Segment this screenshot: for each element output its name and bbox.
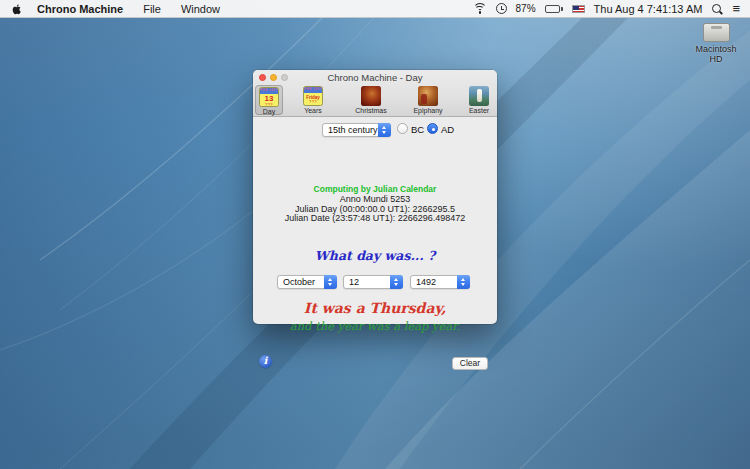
notification-center-icon[interactable]: ≡ [732,3,740,15]
toolbar-item-years[interactable]: FEB 1987 Friday ??? Years [299,85,327,115]
epiphany-painting-icon [418,86,438,106]
julian-date-line: Julian Date (23:57:48 UT1): 2266296.4984… [253,213,497,223]
menu-app-name[interactable]: Chrono Machine [37,0,133,18]
close-button[interactable] [259,74,266,81]
wifi-icon[interactable] [473,3,487,14]
toolbar: FEB 1987 13 ??? Day FEB 1987 Friday ??? … [253,84,497,117]
hard-drive-icon [703,23,730,42]
title-bar[interactable]: Chrono Machine - Day [253,70,497,84]
years-calendar-icon: FEB 1987 Friday ??? [303,86,323,106]
radio-bc-label: BC [411,124,424,135]
chrono-machine-window: Chrono Machine - Day FEB 1987 13 ??? Day… [253,70,497,324]
minimize-button[interactable] [270,74,277,81]
easter-painting-icon [469,86,489,106]
stepper-icon [457,275,470,289]
menu-bar: Chrono Machine File Window 87% Thu Aug 4… [0,0,750,18]
clear-button[interactable]: Clear [452,357,488,370]
toolbar-item-epiphany[interactable]: Epiphany [408,85,448,115]
radio-ad[interactable] [427,123,438,134]
apple-menu-icon[interactable] [11,3,23,15]
radio-bc[interactable] [397,123,408,134]
menu-file[interactable]: File [133,0,171,18]
anno-mundi-line: Anno Mundi 5253 [253,194,497,204]
volume-label: Macintosh HD [694,44,738,64]
month-select[interactable]: October [277,275,337,289]
century-select[interactable]: 15th century [322,123,391,137]
toolbar-item-christmas[interactable]: Christmas [349,85,393,115]
year-select[interactable]: 1492 [410,275,470,289]
result-leap-year-text: and the year was a leap year. [253,319,497,333]
time-machine-icon[interactable] [496,3,507,14]
computing-calendar-label: Computing by Julian Calendar [253,184,497,194]
input-language-flag-icon[interactable] [572,5,585,13]
julian-day-line: Julian Day (00:00:00.0 UT1): 2266295.5 [253,204,497,214]
window-chrome: Chrono Machine - Day FEB 1987 13 ??? Day… [253,70,497,117]
window-content: 15th century BC AD Computing by Julian C… [253,117,497,324]
zoom-button-disabled [281,74,288,81]
stepper-icon [390,275,403,289]
info-button[interactable]: i [259,355,272,368]
menu-window[interactable]: Window [171,0,230,18]
battery-percentage: 87% [516,3,536,14]
day-calendar-icon: FEB 1987 13 ??? [259,87,279,107]
christmas-painting-icon [361,86,381,106]
result-weekday-text: It was a Thursday, [253,300,497,316]
spotlight-search-icon[interactable] [711,3,723,15]
radio-ad-label: AD [441,124,454,135]
menubar-clock[interactable]: Thu Aug 4 7:41:13 AM [594,3,703,15]
day-select[interactable]: 12 [343,275,403,289]
toolbar-item-day[interactable]: FEB 1987 13 ??? Day [255,85,283,115]
window-title: Chrono Machine - Day [253,70,497,85]
stepper-icon [324,275,337,289]
battery-icon[interactable] [545,5,563,13]
question-text: What day was... ? [253,248,497,263]
stepper-icon [378,123,391,137]
toolbar-item-easter[interactable]: Easter [464,85,494,115]
desktop-icon-macintosh-hd[interactable]: Macintosh HD [694,23,738,64]
